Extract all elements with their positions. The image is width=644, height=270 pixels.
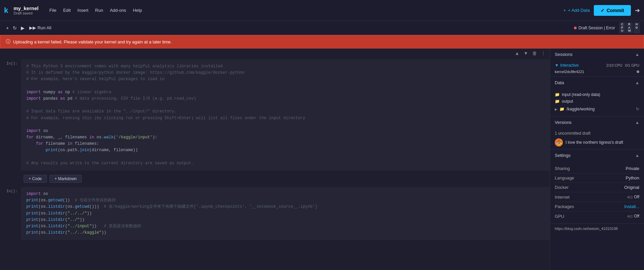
internet-row: Internet ⎆⎅ Off: [555, 192, 639, 202]
packages-label: Packages: [555, 204, 574, 209]
cell-2-label: In[]:: [1, 185, 21, 241]
gpu-toggle[interactable]: ⎆⎅ Off: [627, 213, 639, 219]
packages-value[interactable]: Install...: [624, 204, 639, 209]
cell-2-content[interactable]: import os print(os.getcwd()) # 当前文件所在的路径…: [21, 185, 550, 241]
interactive-text: Interactive: [560, 63, 579, 68]
folder-icon-input: 📁: [555, 92, 560, 97]
right-panel: Sessions ▲ ▼ Interactive 2/10 CPU 0/1 GP…: [550, 48, 644, 270]
refresh-button[interactable]: ↻: [11, 24, 19, 32]
add-markdown-button[interactable]: + Markdown: [50, 175, 82, 183]
bottom-link-text[interactable]: https://blog.csdn.net/weixin_41010198: [555, 227, 618, 231]
draft-item: 🐯 I love the northern tigress's draft: [555, 138, 639, 146]
kernel-name: my_kernel: [13, 5, 38, 11]
docker-value[interactable]: Original: [624, 185, 639, 190]
session-status-text: Draft Session | Error: [579, 26, 615, 30]
move-down-button[interactable]: ▼: [522, 50, 529, 57]
versions-section: Versions ▲ 1 uncommitted draft 🐯 I love …: [550, 116, 644, 149]
cell-toolbar: ▲ ▼ 🗑 ⋮: [0, 48, 550, 58]
sessions-body: ▼ Interactive 2/10 CPU 0/1 GPU kernel2dc…: [550, 60, 644, 76]
triangle-icon: ▼: [555, 63, 559, 68]
data-input-item[interactable]: 📁 input (read-only data): [555, 91, 639, 98]
forward-icon[interactable]: ➔: [635, 7, 640, 14]
sharing-value[interactable]: Private: [626, 166, 639, 171]
data-body: 📁 input (read-only data) 📁 output ▶ 📁 /k…: [550, 89, 644, 116]
internet-toggle[interactable]: ⎆⎅ Off: [627, 194, 639, 200]
ram-pill[interactable]: R A M: [626, 22, 633, 34]
nav-run[interactable]: Run: [92, 6, 106, 14]
draft-label: I love the northern tigress's draft: [566, 140, 623, 145]
packages-row: Packages Install...: [555, 202, 639, 211]
versions-header[interactable]: Versions ▲: [550, 116, 644, 128]
cpu-pill[interactable]: C P U: [619, 22, 625, 34]
toggle-off-icon: ⎆⎅: [627, 194, 633, 200]
delete-cell-button[interactable]: 🗑: [531, 50, 538, 57]
draft-saved-label: Draft saved: [13, 11, 38, 15]
settings-header[interactable]: Settings ▲: [550, 149, 644, 161]
gpu-value: Off: [634, 214, 639, 218]
internet-label: Internet: [555, 195, 570, 200]
kernel-info: my_kernel Draft saved: [13, 5, 38, 15]
toolbar: + ↻ ▶ ▶▶ Run All Draft Session | Error C…: [0, 21, 644, 35]
nav-help[interactable]: Help: [130, 6, 145, 14]
add-code-button[interactable]: + Code: [24, 175, 47, 183]
versions-body: 1 uncommitted draft 🐯 I love the norther…: [550, 128, 644, 149]
commit-label: Commit: [607, 8, 624, 13]
run-button[interactable]: ▶: [19, 24, 27, 32]
versions-title: Versions: [555, 120, 572, 125]
nav-menu: File Edit Insert Run Add-ons Help: [46, 6, 144, 14]
topbar-right: + + Add Data ✓ Commit ➔: [564, 5, 640, 16]
commit-button[interactable]: ✓ Commit: [594, 5, 631, 16]
error-message: Uploading a kernel failed. Please valida…: [13, 39, 172, 44]
plus-icon: +: [564, 8, 566, 13]
gpu-toggle-icon: ⎆⎅: [627, 213, 633, 219]
run-all-button[interactable]: ▶▶ Run All: [27, 24, 54, 32]
move-up-button[interactable]: ▲: [513, 50, 521, 57]
add-data-button[interactable]: + + Add Data: [564, 8, 590, 13]
error-banner: ⓘ Uploading a kernel failed. Please vali…: [0, 35, 644, 48]
session-status-dot: [637, 70, 639, 73]
cell-menu-button[interactable]: ⋮: [540, 50, 547, 57]
nav-insert[interactable]: Insert: [75, 6, 91, 14]
settings-chevron: ▲: [635, 153, 639, 158]
data-header[interactable]: Data ▲: [550, 77, 644, 89]
gpu-row: GPU ⎆⎅ Off: [555, 211, 639, 221]
avatar: 🐯: [555, 138, 563, 146]
cell-1-content[interactable]: # This Python 3 environment comes with m…: [21, 58, 550, 172]
refresh-icon[interactable]: ↻: [636, 107, 639, 111]
sessions-header[interactable]: Sessions ▲: [550, 48, 644, 60]
hd-pill[interactable]: H D: [634, 22, 640, 34]
internet-value: Off: [634, 195, 639, 199]
kaggle-working-row[interactable]: ▶ 📁 /kaggle/working ↻: [555, 105, 639, 113]
docker-row: Docker Original: [555, 183, 639, 192]
data-output-item[interactable]: 📁 output: [555, 98, 639, 105]
language-value[interactable]: Python: [626, 175, 639, 180]
main-content: ▲ ▼ 🗑 ⋮ In[]: # This Python 3 environmen…: [0, 48, 644, 270]
nav-file[interactable]: File: [46, 6, 59, 14]
sessions-chevron: ▲: [635, 52, 639, 57]
status-dot: [574, 27, 577, 29]
resource-pills: C P U R A M H D: [619, 22, 640, 34]
gpu-label: GPU: [555, 214, 564, 219]
settings-section: Settings ▲ Sharing Private Language Pyth…: [550, 149, 644, 224]
data-chevron: ▲: [635, 80, 639, 85]
cpu-info: 2/10 CPU: [606, 63, 622, 67]
interactive-label: ▼ Interactive: [555, 63, 579, 68]
cell-1-code[interactable]: # This Python 3 environment comes with m…: [21, 59, 550, 171]
input-label: input (read-only data): [562, 92, 600, 97]
session-id-text: kernel2dc8fe4221: [555, 70, 584, 74]
expand-arrow-icon: ▶: [555, 107, 557, 111]
kaggle-working-label: /kaggle/working: [567, 107, 594, 111]
bottom-link: https://blog.csdn.net/weixin_41010198: [550, 224, 644, 233]
run-all-label: Run All: [37, 25, 51, 30]
nav-addons[interactable]: Add-ons: [107, 6, 129, 14]
notebook[interactable]: ▲ ▼ 🗑 ⋮ In[]: # This Python 3 environmen…: [0, 48, 550, 270]
kaggle-logo[interactable]: k: [4, 6, 8, 15]
add-cell-toolbar-button[interactable]: +: [4, 24, 11, 32]
resource-info: 2/10 CPU 0/1 GPU: [606, 63, 639, 67]
output-label: output: [562, 99, 573, 104]
session-id: kernel2dc8fe4221: [555, 70, 639, 74]
folder-icon-output: 📁: [555, 99, 560, 104]
nav-edit[interactable]: Edit: [60, 6, 73, 14]
folder-icon-kaggle: 📁: [559, 107, 565, 111]
cell-2-code[interactable]: import os print(os.getcwd()) # 当前文件所在的路径…: [21, 187, 550, 240]
